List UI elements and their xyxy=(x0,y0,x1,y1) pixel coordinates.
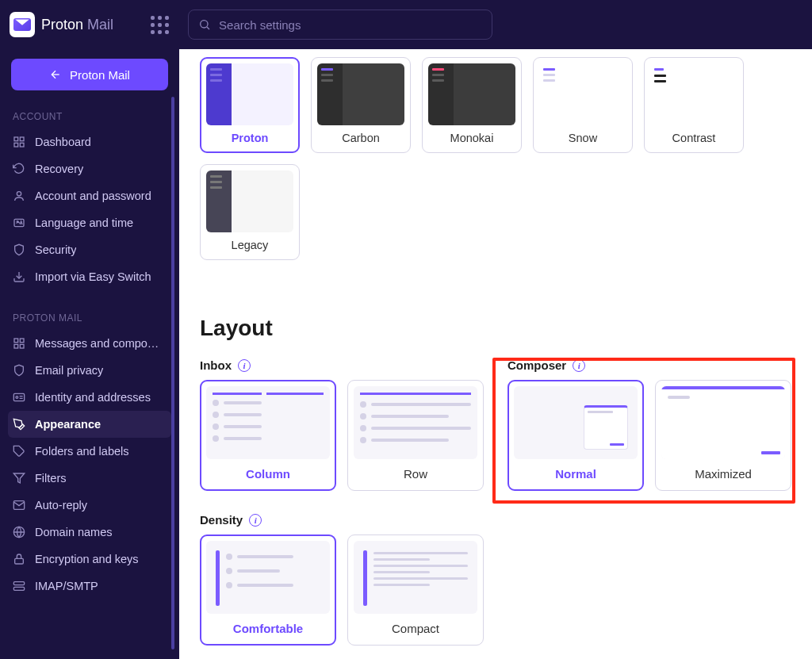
theme-label: Contrast xyxy=(650,130,737,144)
svg-point-15 xyxy=(16,397,18,399)
layout-composer-group: Composer i Normal xyxy=(508,358,791,491)
brand-label: Proton Mail xyxy=(41,17,113,33)
inbox-label: Inbox i xyxy=(200,358,484,372)
option-label: Compact xyxy=(354,620,477,635)
info-icon[interactable]: i xyxy=(238,359,251,372)
globe-icon xyxy=(13,526,25,538)
sidebar-item-recovery[interactable]: Recovery xyxy=(8,155,171,182)
sidebar-item-folders[interactable]: Folders and labels xyxy=(8,438,171,465)
option-preview xyxy=(514,386,638,459)
main-content: Proton Carbon Monokai Snow Contrast xyxy=(179,49,812,659)
search-icon xyxy=(198,18,211,31)
arrow-left-icon xyxy=(49,68,62,81)
option-preview xyxy=(206,541,330,614)
theme-row-1: Proton Carbon Monokai Snow Contrast xyxy=(200,57,791,153)
sidebar-item-encryption[interactable]: Encryption and keys xyxy=(8,546,171,573)
density-option-compact[interactable]: Compact xyxy=(347,534,484,646)
inbox-option-column[interactable]: Column xyxy=(200,380,336,491)
sidebar-item-import[interactable]: Import via Easy Switch xyxy=(8,263,171,290)
theme-label: Carbon xyxy=(317,130,404,144)
sidebar-item-domain[interactable]: Domain names xyxy=(8,519,171,546)
theme-preview xyxy=(650,63,737,125)
svg-rect-6 xyxy=(20,143,24,147)
sidebar: Proton Mail ACCOUNT Dashboard Recovery A… xyxy=(0,49,179,659)
search-field[interactable] xyxy=(188,10,492,40)
layout-inbox-group: Inbox i Column xyxy=(200,358,484,491)
theme-preview xyxy=(206,63,293,125)
sidebar-item-messages[interactable]: Messages and composi… xyxy=(8,330,171,357)
shield-icon xyxy=(13,243,25,256)
theme-preview xyxy=(428,63,515,125)
theme-card-legacy[interactable]: Legacy xyxy=(200,164,300,260)
option-label: Column xyxy=(206,466,330,481)
section-title-layout: Layout xyxy=(200,316,791,341)
tag-icon xyxy=(13,445,25,458)
theme-row-2: Legacy xyxy=(200,164,791,260)
theme-card-proton[interactable]: Proton xyxy=(200,57,300,153)
sidebar-item-appearance[interactable]: Appearance xyxy=(8,411,171,438)
back-button[interactable]: Proton Mail xyxy=(11,59,168,90)
svg-marker-19 xyxy=(13,473,24,483)
density-label: Density i xyxy=(200,513,791,527)
option-label: Normal xyxy=(514,466,638,481)
option-preview xyxy=(661,386,785,459)
app-switcher-icon[interactable] xyxy=(148,13,170,36)
theme-label: Legacy xyxy=(206,237,293,251)
theme-card-snow[interactable]: Snow xyxy=(533,57,633,153)
theme-card-carbon[interactable]: Carbon xyxy=(311,57,411,153)
option-label: Comfortable xyxy=(206,620,330,635)
svg-point-7 xyxy=(17,192,21,196)
svg-rect-5 xyxy=(14,143,18,147)
svg-rect-11 xyxy=(20,339,24,343)
sidebar-item-dashboard[interactable]: Dashboard xyxy=(8,128,171,155)
theme-label: Monokai xyxy=(428,130,515,144)
svg-rect-13 xyxy=(20,344,24,348)
svg-point-0 xyxy=(201,21,208,28)
import-icon xyxy=(13,270,25,283)
sidebar-item-language-time[interactable]: Language and time xyxy=(8,209,171,236)
composer-label: Composer i xyxy=(508,358,791,372)
option-preview xyxy=(206,386,330,459)
card-icon xyxy=(13,391,25,404)
sidebar-item-identity[interactable]: Identity and addresses xyxy=(8,384,171,411)
sidebar-item-imap[interactable]: IMAP/SMTP xyxy=(8,573,171,600)
shield-icon xyxy=(13,364,25,377)
sidebar-item-filters[interactable]: Filters xyxy=(8,465,171,492)
svg-line-1 xyxy=(207,27,209,29)
svg-rect-25 xyxy=(13,587,24,590)
logo-mark xyxy=(10,12,35,37)
envelope-icon xyxy=(13,499,25,511)
inbox-option-row[interactable]: Row xyxy=(347,380,484,491)
svg-rect-4 xyxy=(20,137,24,141)
theme-preview xyxy=(539,63,626,125)
theme-label: Proton xyxy=(206,130,293,144)
theme-card-monokai[interactable]: Monokai xyxy=(422,57,522,153)
theme-card-contrast[interactable]: Contrast xyxy=(644,57,744,153)
svg-rect-3 xyxy=(14,137,18,141)
search-input[interactable] xyxy=(219,18,482,32)
grid-icon xyxy=(13,136,25,148)
section-heading-account: ACCOUNT xyxy=(8,105,171,128)
option-preview xyxy=(354,541,477,614)
composer-option-maximized[interactable]: Maximized xyxy=(655,380,791,491)
option-label: Maximized xyxy=(661,466,785,481)
info-icon[interactable]: i xyxy=(573,359,585,372)
theme-preview xyxy=(317,63,404,125)
composer-option-normal[interactable]: Normal xyxy=(508,380,644,491)
server-icon xyxy=(13,580,25,592)
svg-rect-12 xyxy=(14,344,18,348)
info-icon[interactable]: i xyxy=(249,514,262,527)
svg-rect-24 xyxy=(13,582,24,585)
brand-logo[interactable]: Proton Mail xyxy=(10,12,113,37)
sidebar-item-email-privacy[interactable]: Email privacy xyxy=(8,357,171,384)
density-option-comfortable[interactable]: Comfortable xyxy=(200,534,336,646)
grid-icon xyxy=(13,337,25,350)
topbar: Proton Mail xyxy=(0,0,812,49)
section-heading-protonmail: PROTON MAIL xyxy=(8,306,171,330)
sidebar-item-account-password[interactable]: Account and password xyxy=(8,182,171,209)
user-icon xyxy=(13,190,25,202)
svg-rect-10 xyxy=(14,339,18,343)
option-preview xyxy=(354,386,477,459)
sidebar-item-security[interactable]: Security xyxy=(8,236,171,263)
sidebar-item-autoreply[interactable]: Auto-reply xyxy=(8,492,171,519)
